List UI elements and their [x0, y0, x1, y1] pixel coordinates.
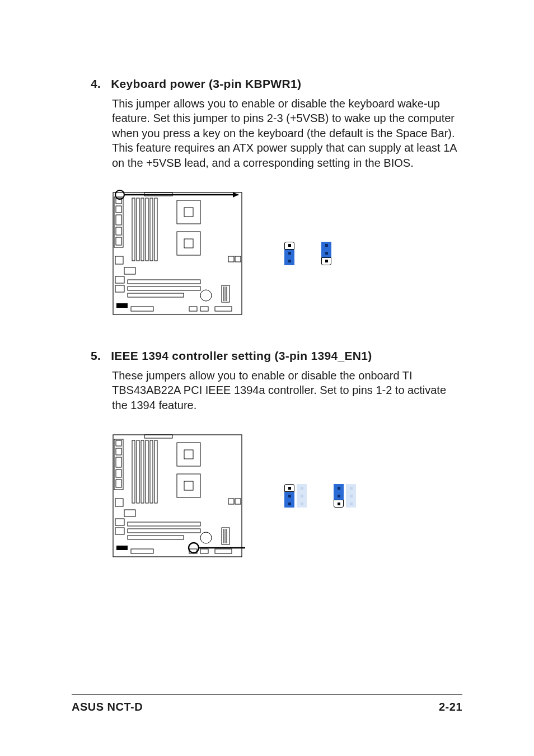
- svg-rect-16: [184, 208, 193, 217]
- footer-left: ASUS NCT-D: [72, 701, 143, 713]
- svg-rect-24: [115, 285, 124, 292]
- svg-rect-6: [116, 237, 121, 245]
- svg-rect-1: [114, 197, 123, 247]
- svg-rect-34: [131, 307, 153, 311]
- svg-rect-76: [215, 549, 232, 553]
- svg-rect-44: [116, 457, 121, 467]
- svg-rect-50: [141, 440, 144, 503]
- motherboard-diagram: [111, 189, 245, 318]
- svg-rect-13: [150, 198, 153, 261]
- svg-rect-21: [115, 256, 123, 264]
- svg-rect-55: [184, 450, 193, 459]
- section-number: 4.: [91, 77, 101, 91]
- svg-rect-52: [150, 440, 153, 503]
- svg-rect-62: [115, 519, 124, 525]
- jumper-option-2: [321, 242, 332, 265]
- jumper-diagrams: [284, 484, 357, 508]
- svg-rect-60: [115, 499, 123, 506]
- svg-rect-66: [128, 536, 184, 539]
- svg-rect-42: [116, 440, 121, 446]
- svg-rect-46: [116, 480, 121, 487]
- svg-rect-27: [128, 293, 184, 297]
- svg-point-67: [200, 532, 212, 543]
- svg-rect-20: [228, 256, 234, 262]
- svg-rect-37: [215, 307, 232, 311]
- svg-rect-15: [177, 200, 200, 224]
- svg-rect-43: [116, 448, 121, 455]
- svg-rect-26: [128, 287, 200, 290]
- svg-rect-47: [144, 435, 172, 438]
- svg-rect-4: [116, 215, 121, 225]
- svg-rect-61: [124, 510, 135, 516]
- svg-rect-33: [116, 303, 128, 308]
- section-title: Keyboard power (3-pin KBPWR1): [111, 77, 301, 91]
- page-footer: ASUS NCT-D 2-21: [72, 694, 462, 713]
- svg-point-28: [200, 290, 212, 301]
- svg-rect-59: [228, 499, 234, 504]
- svg-rect-73: [131, 549, 153, 553]
- section-body: This jumper allows you to enable or disa…: [112, 96, 462, 170]
- svg-rect-25: [128, 280, 200, 284]
- svg-rect-56: [177, 474, 200, 497]
- jumper-option-1: [284, 242, 296, 265]
- svg-rect-10: [137, 198, 139, 261]
- svg-rect-22: [124, 267, 135, 274]
- motherboard-diagram: [111, 431, 245, 560]
- diagram-1394: [111, 431, 462, 560]
- svg-rect-48: [132, 440, 135, 503]
- svg-rect-14: [154, 198, 157, 261]
- svg-rect-3: [116, 206, 121, 213]
- svg-rect-53: [154, 440, 157, 503]
- jumper-option-2: [334, 484, 357, 508]
- svg-rect-54: [177, 443, 200, 466]
- section-title: IEEE 1394 controller setting (3-pin 1394…: [111, 349, 372, 363]
- svg-rect-12: [146, 198, 148, 261]
- svg-rect-57: [184, 481, 193, 490]
- svg-rect-58: [235, 499, 241, 504]
- svg-rect-29: [222, 285, 229, 302]
- svg-rect-65: [128, 529, 200, 533]
- svg-rect-64: [128, 522, 200, 526]
- svg-rect-11: [141, 198, 144, 261]
- footer-right: 2-21: [439, 701, 462, 713]
- svg-rect-5: [116, 227, 121, 235]
- section-number: 5.: [91, 349, 101, 363]
- section-body: These jumpers allow you to enable or dis…: [112, 368, 462, 412]
- svg-rect-19: [235, 256, 241, 262]
- svg-rect-51: [146, 440, 148, 503]
- svg-rect-36: [200, 307, 208, 311]
- svg-rect-75: [200, 549, 208, 553]
- svg-rect-45: [116, 469, 121, 477]
- svg-rect-72: [116, 546, 128, 550]
- svg-rect-18: [184, 239, 193, 248]
- svg-rect-35: [189, 307, 197, 311]
- svg-rect-23: [115, 276, 124, 283]
- jumper-option-1: [284, 484, 308, 508]
- svg-rect-41: [114, 439, 123, 490]
- diagram-kbpwr: [111, 189, 462, 318]
- svg-rect-49: [137, 440, 139, 503]
- jumper-diagrams: [284, 242, 332, 265]
- svg-rect-63: [115, 528, 124, 534]
- svg-point-77: [189, 543, 199, 553]
- svg-rect-9: [132, 198, 135, 261]
- svg-rect-17: [177, 232, 200, 255]
- svg-rect-68: [222, 528, 229, 544]
